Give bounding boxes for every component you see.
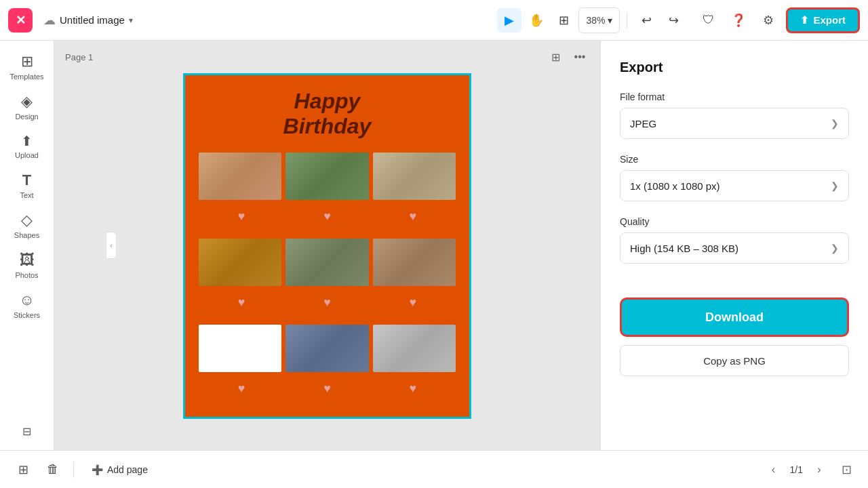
page-navigation: ‹ 1/1 › <box>763 459 830 481</box>
title-area: ☁ Untitled image ▾ <box>43 13 133 28</box>
photo-cell-2[interactable] <box>285 152 368 200</box>
sidebar-item-text[interactable]: T Text <box>4 166 50 205</box>
collapse-icon: ⊟ <box>22 425 31 438</box>
frame-tool-button[interactable]: ⊞ <box>551 8 576 33</box>
document-title: Untitled image <box>60 14 125 26</box>
photo-grid <box>185 146 469 207</box>
text-icon: T <box>22 171 31 189</box>
heart-row-1: ♥ ♥ ♥ <box>185 208 469 225</box>
file-format-label: File format <box>620 92 849 102</box>
sidebar-item-templates[interactable]: ⊞ Templates <box>4 47 50 86</box>
quality-group: Quality High (154 KB – 308 KB) ❯ <box>620 216 849 264</box>
photo-cell-4[interactable] <box>199 239 281 286</box>
photo-cell-5[interactable] <box>285 239 368 286</box>
heart-row-2: ♥ ♥ ♥ <box>185 294 469 311</box>
page-label: Page 1 <box>65 52 93 62</box>
sidebar-item-upload[interactable]: ⬆ Upload <box>4 127 50 165</box>
sidebar: ⊞ Templates ◈ Design ⬆ Upload T Text ◇ S… <box>0 41 54 450</box>
size-group: Size 1x (1080 x 1080 px) ❯ <box>620 154 849 201</box>
bottombar-collapse-button[interactable]: ⊡ <box>835 459 857 481</box>
photo-cell-3[interactable] <box>373 152 456 200</box>
size-select[interactable]: 1x (1080 x 1080 px) ❯ <box>620 170 849 201</box>
heart-icon-9: ♥ <box>409 382 416 396</box>
photo-grid-3 <box>185 318 469 379</box>
zoom-value-button[interactable]: 38% ▾ <box>579 8 619 33</box>
add-page-button[interactable]: ➕ Add page <box>82 458 157 482</box>
app-logo: ✕ <box>8 8 33 33</box>
heart-icon-8: ♥ <box>323 382 331 396</box>
photo-grid-2 <box>185 232 469 293</box>
select-tool-button[interactable]: ▶ <box>497 8 521 33</box>
sidebar-collapse-tab[interactable]: ‹ <box>106 232 117 259</box>
photo-cell-7[interactable] <box>199 325 281 372</box>
heart-icon-7: ♥ <box>238 382 245 396</box>
prev-page-button[interactable]: ‹ <box>763 459 785 481</box>
file-format-group: File format JPEG ❯ <box>620 92 849 139</box>
card-title: Happy Birthday <box>185 75 469 139</box>
quality-chevron-icon: ❯ <box>831 243 839 253</box>
export-icon: ⬆ <box>800 14 809 26</box>
file-format-select[interactable]: JPEG ❯ <box>620 108 849 139</box>
zoom-chevron-icon: ▾ <box>608 15 612 26</box>
download-button[interactable]: Download <box>620 298 849 337</box>
delete-page-button[interactable]: 🗑 <box>41 458 65 482</box>
quality-select[interactable]: High (154 KB – 308 KB) ❯ <box>620 232 849 264</box>
settings-button[interactable]: ⚙ <box>756 8 781 33</box>
sidebar-collapse-button[interactable]: ⊟ <box>4 420 50 443</box>
size-label: Size <box>620 154 849 165</box>
shapes-icon: ◇ <box>21 211 33 229</box>
sidebar-item-design[interactable]: ◈ Design <box>4 87 50 126</box>
photo-cell-6[interactable] <box>373 239 456 286</box>
quality-label: Quality <box>620 216 849 227</box>
templates-icon: ⊞ <box>21 53 33 70</box>
shield-button[interactable]: 🛡 <box>696 8 721 33</box>
title-chevron-icon[interactable]: ▾ <box>129 16 133 25</box>
heart-icon-6: ♥ <box>409 296 416 310</box>
help-button[interactable]: ❓ <box>726 8 751 33</box>
sidebar-item-photos[interactable]: 🖼 Photos <box>4 246 50 285</box>
size-chevron-icon: ❯ <box>831 180 839 191</box>
photo-cell-1[interactable] <box>199 152 281 200</box>
export-button[interactable]: ⬆ Export <box>786 7 860 33</box>
heart-row-3: ♥ ♥ ♥ <box>185 380 469 397</box>
sidebar-item-shapes[interactable]: ◇ Shapes <box>4 206 50 245</box>
export-panel-title: Export <box>620 60 849 75</box>
heart-icon-5: ♥ <box>323 296 331 310</box>
heart-icon-1: ♥ <box>238 209 245 224</box>
canvas-header: Page 1 ⊞ ••• <box>54 41 600 73</box>
export-panel: Export File format JPEG ❯ Size 1x (1080 … <box>600 41 868 450</box>
redo-button[interactable]: ↪ <box>661 8 686 33</box>
page-copy-button[interactable]: ⊞ <box>546 47 565 66</box>
photo-cell-8[interactable] <box>285 325 368 372</box>
upload-icon: ⬆ <box>21 133 33 149</box>
cloud-icon: ☁ <box>43 13 56 28</box>
topbar: ✕ ☁ Untitled image ▾ ▶ ✋ ⊞ 38% ▾ ↩ ↪ 🛡 ❓… <box>0 0 868 41</box>
design-canvas[interactable]: Happy Birthday ♥ ♥ ♥ <box>183 73 471 419</box>
hand-tool-button[interactable]: ✋ <box>524 8 549 33</box>
stickers-icon: ☺ <box>19 291 34 309</box>
bottombar: ⊞ 🗑 ➕ Add page ‹ 1/1 › ⊡ <box>0 450 868 488</box>
undo-button[interactable]: ↩ <box>634 8 658 33</box>
toolbar-tools: ▶ ✋ ⊞ 38% ▾ ↩ ↪ <box>497 7 686 33</box>
canvas-area: Page 1 ⊞ ••• Happy Birthday ♥ <box>54 41 600 450</box>
file-format-chevron-icon: ❯ <box>831 118 839 129</box>
heart-icon-4: ♥ <box>238 296 245 310</box>
copy-as-png-button[interactable]: Copy as PNG <box>620 345 849 376</box>
main-area: ⊞ Templates ◈ Design ⬆ Upload T Text ◇ S… <box>0 41 868 450</box>
design-icon: ◈ <box>21 93 33 110</box>
heart-icon-3: ♥ <box>409 209 416 224</box>
sidebar-item-stickers[interactable]: ☺ Stickers <box>4 286 50 325</box>
page-indicator: 1/1 <box>790 464 803 475</box>
canvas-wrapper: Happy Birthday ♥ ♥ ♥ <box>183 73 471 419</box>
photo-cell-9[interactable] <box>373 325 456 372</box>
heart-icon-2: ♥ <box>323 209 331 224</box>
photos-icon: 🖼 <box>20 251 35 269</box>
topbar-right: 🛡 ❓ ⚙ ⬆ Export <box>696 7 860 33</box>
duplicate-page-button[interactable]: ⊞ <box>11 458 35 482</box>
next-page-button[interactable]: › <box>808 459 830 481</box>
add-page-icon: ➕ <box>92 464 103 475</box>
page-more-button[interactable]: ••• <box>570 47 589 66</box>
